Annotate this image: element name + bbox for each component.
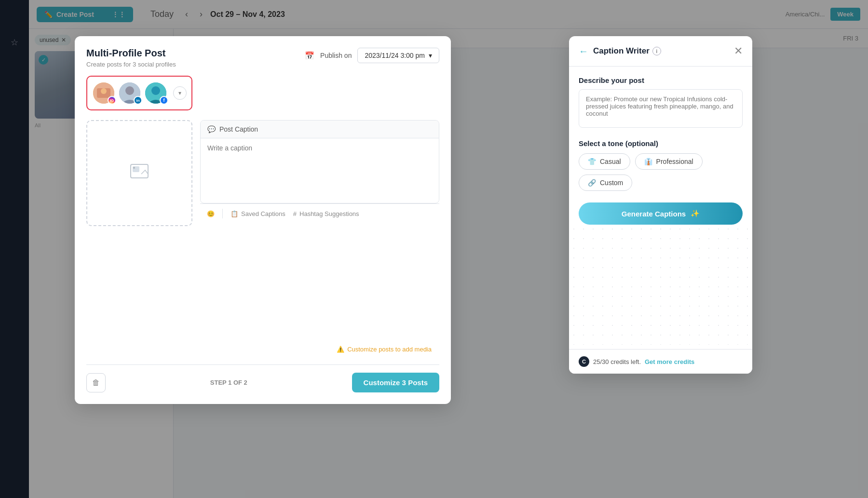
- caption-writer-header: ← Caption Writer i ✕: [569, 36, 752, 67]
- custom-icon: 🔗: [588, 179, 596, 187]
- emoji-button[interactable]: 😊: [207, 210, 215, 217]
- modal-header: Multi-Profile Post Create posts for 3 so…: [86, 48, 439, 68]
- chevron-down-icon: ▾: [429, 52, 432, 59]
- info-icon[interactable]: i: [652, 47, 661, 55]
- delete-button[interactable]: 🗑: [86, 373, 106, 392]
- modal-subtitle: Create posts for 3 social profiles: [86, 61, 176, 68]
- hashtag-suggestions-button[interactable]: # Hashtag Suggestions: [293, 210, 359, 217]
- svg-point-6: [151, 86, 160, 95]
- casual-icon: 👕: [588, 158, 596, 165]
- tone-casual-button[interactable]: 👕 Casual: [579, 153, 630, 170]
- caption-area: 💬 Post Caption 😊 📋 Saved Captions # Hash…: [200, 120, 439, 226]
- modal-title: Multi-Profile Post: [86, 48, 176, 59]
- tone-professional-button[interactable]: 👔 Professional: [635, 153, 703, 170]
- instagram-badge: IG: [108, 96, 116, 105]
- publish-row: 📅 Publish on 2023/11/24 3:00 pm ▾: [305, 48, 439, 63]
- caption-writer-title-text: Caption Writer: [593, 46, 650, 56]
- publish-label: Publish on: [320, 52, 352, 59]
- describe-label: Describe your post: [579, 76, 743, 84]
- professional-icon: 👔: [644, 158, 652, 165]
- credits-label: 25/30 credits left.: [593, 358, 641, 365]
- caption-header: 💬 Post Caption: [201, 121, 439, 138]
- caption-box: 💬 Post Caption: [200, 120, 439, 203]
- modal-main: Multi-Profile Post Create posts for 3 so…: [75, 36, 451, 404]
- publish-date-value: 2023/11/24 3:00 pm: [365, 52, 425, 59]
- caption-textarea[interactable]: [201, 138, 439, 201]
- professional-label: Professional: [656, 158, 693, 165]
- sparkle-icon: ✨: [691, 209, 700, 218]
- custom-label: Custom: [600, 179, 623, 187]
- saved-captions-button[interactable]: 📋 Saved Captions: [231, 210, 285, 217]
- profiles-dropdown-button[interactable]: ▾: [173, 86, 187, 100]
- trash-icon: 🗑: [92, 378, 100, 387]
- hashtag-icon: #: [293, 210, 297, 217]
- tone-custom-button[interactable]: 🔗 Custom: [579, 175, 632, 191]
- divider-1: [222, 209, 223, 218]
- calendar-icon: 📅: [305, 51, 314, 60]
- bookmark-icon: 📋: [231, 210, 238, 217]
- linkedin-badge: in: [134, 96, 142, 105]
- caption-writer-close-button[interactable]: ✕: [734, 45, 743, 57]
- tone-label: Select a tone (optional): [579, 139, 743, 148]
- get-more-credits-link[interactable]: Get more credits: [645, 358, 694, 365]
- describe-textarea[interactable]: [579, 89, 743, 128]
- customize-posts-button[interactable]: Customize 3 Posts: [352, 373, 439, 392]
- media-placeholder-icon: [128, 160, 151, 187]
- caption-toolbar: 😊 📋 Saved Captions # Hashtag Suggestions: [200, 203, 439, 223]
- warning-icon: ⚠️: [337, 346, 344, 353]
- svg-point-2: [101, 88, 107, 94]
- profile-instagram[interactable]: IG: [92, 81, 115, 105]
- media-dropzone[interactable]: [86, 120, 192, 226]
- publish-date-button[interactable]: 2023/11/24 3:00 pm ▾: [357, 48, 439, 63]
- profile-facebook[interactable]: f: [144, 81, 167, 105]
- profile-linkedin[interactable]: in: [118, 81, 141, 105]
- post-content-row: 💬 Post Caption 😊 📋 Saved Captions # Hash…: [86, 120, 439, 226]
- hashtag-suggestions-label: Hashtag Suggestions: [299, 210, 359, 217]
- caption-writer-title: Caption Writer i: [593, 46, 661, 56]
- modal-bottom: 🗑 STEP 1 OF 2 Customize 3 Posts: [86, 364, 439, 392]
- credits-icon: C: [579, 356, 589, 367]
- customize-media-hint-text: Customize posts to add media: [347, 346, 432, 353]
- dotted-decoration: [569, 224, 752, 345]
- caption-writer-panel: ← Caption Writer i ✕ Describe your post …: [569, 36, 752, 374]
- svg-point-4: [125, 86, 134, 95]
- caption-label: Post Caption: [219, 125, 258, 133]
- facebook-badge: f: [160, 96, 168, 105]
- caption-header-icon: 💬: [207, 125, 216, 133]
- profiles-row: IG in f ▾: [86, 76, 192, 110]
- caption-writer-title-group: ← Caption Writer i: [579, 46, 661, 57]
- tone-options: 👕 Casual 👔 Professional 🔗 Custom: [579, 153, 743, 191]
- generate-captions-label: Generate Captions: [622, 210, 686, 218]
- modal-title-group: Multi-Profile Post Create posts for 3 so…: [86, 48, 176, 68]
- caption-writer-back-button[interactable]: ←: [579, 46, 588, 57]
- casual-label: Casual: [600, 158, 621, 165]
- customize-media-hint-row: ⚠️ Customize posts to add media: [86, 346, 439, 353]
- customize-media-hint: ⚠️ Customize posts to add media: [337, 346, 432, 353]
- svg-point-9: [133, 167, 135, 169]
- caption-writer-footer: C 25/30 credits left. Get more credits: [569, 349, 752, 374]
- generate-captions-button[interactable]: Generate Captions ✨: [579, 202, 743, 225]
- caption-writer-body: Describe your post Select a tone (option…: [569, 67, 752, 234]
- emoji-icon: 😊: [207, 210, 215, 217]
- step-label: STEP 1 OF 2: [210, 379, 247, 386]
- saved-captions-label: Saved Captions: [241, 210, 285, 217]
